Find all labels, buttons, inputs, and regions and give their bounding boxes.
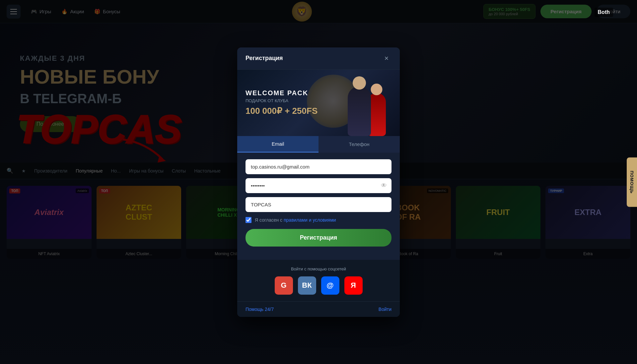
welcome-pack-label: WELCOME PACK <box>246 89 318 97</box>
modal-title: Регистрация <box>246 55 283 62</box>
vk-login-button[interactable]: ВК <box>298 276 316 295</box>
person-man-figure <box>348 86 371 136</box>
google-login-button[interactable]: G <box>275 276 293 295</box>
terms-checkbox[interactable] <box>246 217 251 223</box>
promo-code-input[interactable] <box>246 197 391 212</box>
password-visibility-toggle[interactable]: 👁 <box>381 182 387 189</box>
register-modal-button[interactable]: Регистрация <box>246 229 391 247</box>
modal-body: 👁 Я согласен с правилами и условиями Рег… <box>237 153 400 260</box>
email-input[interactable] <box>246 159 391 174</box>
modal-banner: WELCOME PACK ПОДАРОК ОТ КЛУБА 100 000₽ +… <box>237 70 400 136</box>
terms-link[interactable]: правилами и условиями <box>284 217 336 223</box>
social-icons: G ВК @ Я <box>246 276 391 295</box>
registration-modal: Регистрация × WELCOME PACK ПОДАРОК ОТ КЛ… <box>237 47 400 317</box>
modal-footer: Помощь 24/7 Войти <box>237 301 400 317</box>
banner-people <box>333 70 400 136</box>
terms-checkbox-row: Я согласен с правилами и условиями <box>246 217 391 223</box>
login-link[interactable]: Войти <box>379 307 391 312</box>
terms-label: Я согласен с правилами и условиями <box>255 217 336 223</box>
banner-gift-label: ПОДАРОК ОТ КЛУБА <box>246 98 318 103</box>
tab-email[interactable]: Email <box>237 136 318 153</box>
password-input[interactable] <box>246 178 391 193</box>
help-link[interactable]: Помощь 24/7 <box>246 307 274 312</box>
banner-text: WELCOME PACK ПОДАРОК ОТ КЛУБА 100 000₽ +… <box>246 89 318 116</box>
banner-promo-text: 100 000₽ + 250FS <box>246 106 318 116</box>
modal-tabs: Email Телефон <box>237 136 400 153</box>
password-wrapper: 👁 <box>246 178 391 193</box>
modal-header: Регистрация × <box>237 47 400 70</box>
help-sidebar-button[interactable]: ПОМОЩЬ <box>627 157 637 207</box>
yandex-login-button[interactable]: Я <box>344 276 363 295</box>
tab-phone[interactable]: Телефон <box>318 136 400 153</box>
both-label: Both <box>595 8 613 17</box>
modal-close-button[interactable]: × <box>382 53 391 63</box>
social-label: Войти с помощью соцсетей <box>246 266 391 271</box>
mail-login-button[interactable]: @ <box>321 276 339 295</box>
social-login-section: Войти с помощью соцсетей G ВК @ Я <box>237 260 400 301</box>
